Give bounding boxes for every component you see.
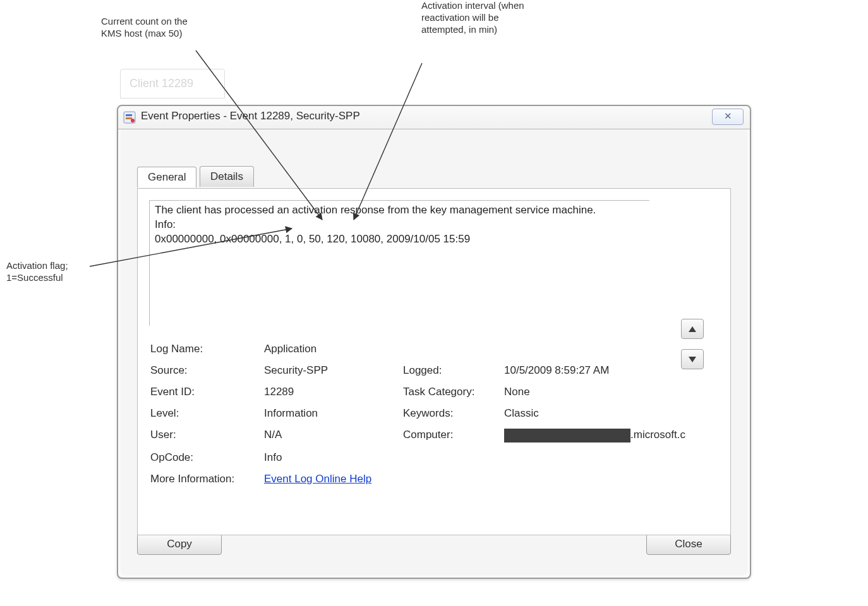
event-message-box: The client has processed an activation r…	[149, 200, 649, 326]
window-close-button[interactable]: ✕	[712, 109, 744, 125]
user-label: User:	[150, 429, 264, 443]
event-message-line2: Info:	[155, 218, 644, 232]
arrow-down-icon	[689, 357, 696, 362]
annotation-activation-flag: Activation flag; 1=Successful	[6, 260, 114, 284]
source-value: Security-SPP	[264, 364, 403, 377]
copy-button[interactable]: Copy	[137, 533, 222, 555]
computer-label: Computer:	[403, 429, 504, 443]
keywords-value: Classic	[504, 407, 681, 420]
level-label: Level:	[150, 407, 264, 420]
more-info-label: More Information:	[150, 473, 264, 485]
arrow-up-icon	[689, 326, 696, 332]
log-name-label: Log Name:	[150, 343, 264, 355]
logged-value: 10/5/2009 8:59:27 AM	[504, 364, 681, 377]
tab-panel-general: The client has processed an activation r…	[137, 188, 731, 535]
source-label: Source:	[150, 364, 264, 377]
previous-event-button[interactable]	[681, 319, 704, 339]
close-button[interactable]: Close	[646, 533, 731, 555]
event-id-label: Event ID:	[150, 386, 264, 398]
annotation-kms-count: Current count on the KMS host (max 50)	[101, 16, 208, 40]
tab-general[interactable]: General	[137, 167, 196, 187]
dialog-titlebar: Event Properties - Event 12289, Security…	[118, 106, 750, 129]
task-category-value: None	[504, 386, 681, 398]
dialog-title: Event Properties - Event 12289, Security…	[141, 110, 360, 122]
more-info-link[interactable]: Event Log Online Help	[264, 473, 371, 485]
next-event-button[interactable]	[681, 349, 704, 369]
keywords-label: Keywords:	[403, 407, 504, 420]
computer-value: .microsoft.c	[504, 429, 681, 443]
event-properties-dialog: Event Properties - Event 12289, Security…	[117, 105, 751, 579]
event-fields-grid: Log Name: Application Source: Security-S…	[150, 343, 649, 485]
event-id-value: 12289	[264, 386, 403, 398]
background-tab-client: Client 12289	[120, 69, 225, 98]
event-message-line3: 0x00000000, 0x00000000, 1, 0, 50, 120, 1…	[155, 232, 644, 247]
eventviewer-icon	[123, 111, 136, 124]
svg-point-3	[131, 119, 135, 122]
annotation-activation-interval: Activation interval (when reactivation w…	[421, 0, 541, 35]
logged-label: Logged:	[403, 364, 504, 377]
computer-suffix: .microsoft.c	[630, 429, 685, 441]
tabs: General Details	[137, 165, 254, 186]
log-name-value: Application	[264, 343, 403, 355]
dialog-button-row: Copy Close	[137, 533, 731, 559]
opcode-label: OpCode:	[150, 451, 264, 464]
task-category-label: Task Category:	[403, 386, 504, 398]
tab-details[interactable]: Details	[200, 166, 254, 187]
dialog-client-area: General Details The client has processed…	[121, 130, 747, 575]
redacted-computer-name	[504, 429, 630, 443]
level-value: Information	[264, 407, 403, 420]
svg-rect-1	[126, 114, 132, 116]
svg-rect-2	[126, 117, 132, 119]
user-value: N/A	[264, 429, 403, 443]
event-message-line1: The client has processed an activation r…	[155, 203, 644, 218]
opcode-value: Info	[264, 451, 403, 464]
